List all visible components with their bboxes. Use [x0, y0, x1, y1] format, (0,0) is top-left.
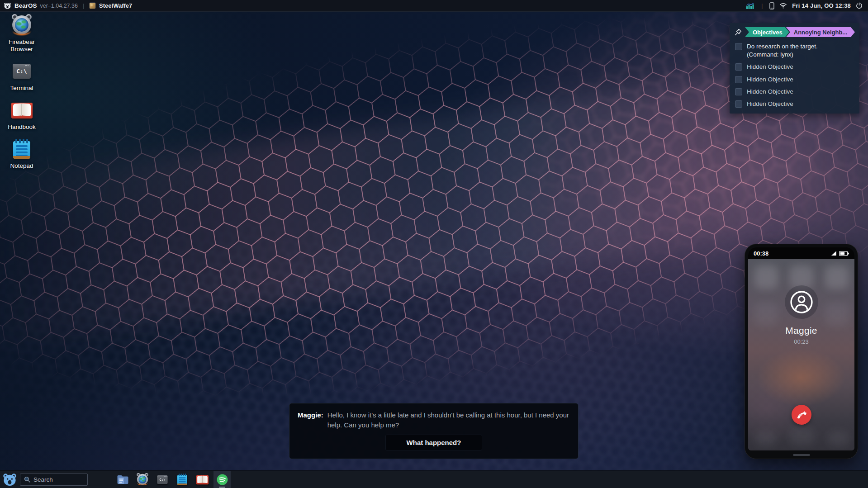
desktop-icon-fireabear-browser[interactable]: Fireabear Browser: [3, 14, 41, 53]
objective-main-text: Do research on the target.: [747, 43, 818, 50]
desktop-icon-label: Terminal: [10, 85, 33, 92]
call-screen: Maggie 00:23: [748, 259, 854, 450]
objective-checkbox[interactable]: [735, 88, 742, 95]
tab-quest[interactable]: Annoying Neighb...: [786, 27, 855, 37]
taskbar-apps: C:\: [114, 471, 233, 488]
search-input[interactable]: [33, 476, 84, 483]
handbook-icon: [196, 474, 208, 484]
terminal-icon-text: C:\: [159, 478, 166, 482]
phone-status-icons: [831, 251, 849, 256]
dialogue-message: Hello, I know it's a little late and I s…: [327, 410, 570, 430]
bearos-logo-icon: [4, 2, 11, 9]
desktop-icon-terminal[interactable]: C:\ Terminal: [3, 60, 41, 92]
fireabear-browser-icon: [137, 474, 149, 486]
objective-text: Hidden Objective: [747, 88, 793, 96]
phone-screen: 00:38: [748, 247, 854, 450]
fireabear-browser-icon: [10, 14, 33, 36]
objectives-tabs: Objectives Annoying Neighb...: [745, 27, 855, 37]
dialogue-box: Maggie: Hello, I know it's a little late…: [289, 403, 579, 459]
desktop-icon-handbook[interactable]: Handbook: [3, 99, 41, 131]
contact-name: Maggie: [785, 325, 817, 336]
tab-objectives[interactable]: Objectives: [745, 27, 789, 37]
objective-text: Hidden Objective: [747, 76, 793, 84]
objective-checkbox[interactable]: [735, 100, 742, 108]
power-icon[interactable]: [856, 2, 863, 9]
music-player-icon: [216, 474, 228, 486]
taskbar-app-fireabear-browser[interactable]: [134, 471, 151, 488]
person-icon: [789, 290, 814, 314]
desktop-icon-label: Notepad: [10, 162, 33, 170]
terminal-icon: C:\: [157, 475, 167, 483]
desktop-icon-notepad[interactable]: Notepad: [3, 138, 41, 170]
objective-sub-text: (Command: lynx): [747, 51, 818, 59]
search-icon: [24, 476, 30, 483]
username: SteelWaffe7: [99, 2, 132, 9]
desktop-icon-label: Handbook: [8, 123, 36, 131]
phone-status-bar: 00:38: [748, 247, 854, 259]
desktop-screen: BearOS ver–1.04.27.36 | SteelWaffe7 |: [0, 0, 868, 488]
system-stats-icon: [746, 3, 754, 9]
notepad-icon: [10, 138, 33, 160]
wifi-icon: [779, 3, 787, 9]
terminal-icon: C:\: [10, 60, 33, 82]
os-name: BearOS: [14, 2, 37, 9]
start-button[interactable]: [0, 471, 19, 488]
objective-row: Hidden Objective: [734, 76, 855, 84]
topbar-separator: |: [81, 3, 86, 9]
objective-text: Do research on the target. (Command: lyn…: [747, 43, 818, 59]
topbar-right-separator: |: [759, 3, 764, 9]
dialogue-line: Maggie: Hello, I know it's a little late…: [298, 410, 570, 430]
user-avatar: [89, 2, 96, 9]
taskbar-app-file-manager[interactable]: [114, 471, 131, 488]
objective-row: Hidden Objective: [734, 100, 855, 108]
objective-row: Hidden Objective: [734, 63, 855, 71]
desktop-icon-label: Fireabear Browser: [3, 38, 41, 53]
taskbar-app-notepad[interactable]: [174, 471, 191, 488]
top-bar-left: BearOS ver–1.04.27.36 | SteelWaffe7: [0, 0, 132, 11]
objective-text: Hidden Objective: [747, 100, 793, 108]
taskbar-app-music-player[interactable]: [213, 471, 231, 488]
objective-row: Do research on the target. (Command: lyn…: [734, 43, 855, 59]
objective-checkbox[interactable]: [735, 76, 742, 83]
battery-icon: [839, 251, 849, 256]
search-box[interactable]: [20, 474, 88, 486]
terminal-icon-text: C:\: [16, 68, 27, 75]
bear-start-icon: [2, 473, 17, 486]
objective-checkbox[interactable]: [735, 63, 742, 71]
taskbar: C:\: [0, 470, 868, 488]
taskbar-app-handbook[interactable]: [194, 471, 211, 488]
dialogue-choice-button[interactable]: What happened?: [385, 435, 483, 450]
phone-time: 00:38: [754, 250, 768, 257]
dialogue-speaker: Maggie:: [298, 410, 323, 430]
notepad-icon: [177, 474, 187, 485]
os-version: ver–1.04.27.36: [40, 3, 78, 9]
call-duration: 00:23: [794, 338, 809, 345]
objective-text: Hidden Objective: [747, 63, 793, 71]
objective-checkbox[interactable]: [735, 43, 742, 50]
call-end-icon: [796, 409, 807, 420]
phone-status-icon: [769, 2, 774, 9]
top-bar-right: | Fri 14 Jun, ÖÖ 12:38: [746, 0, 868, 11]
contact-avatar: [785, 285, 818, 319]
clock: Fri 14 Jun, ÖÖ 12:38: [792, 2, 851, 9]
pin-icon[interactable]: [734, 28, 742, 36]
call-contact-block: Maggie 00:23: [748, 285, 854, 345]
objectives-list: Do research on the target. (Command: lyn…: [734, 43, 855, 108]
objectives-panel: Objectives Annoying Neighb... Do researc…: [730, 23, 859, 114]
taskbar-app-terminal[interactable]: C:\: [154, 471, 171, 488]
hangup-button[interactable]: [792, 405, 811, 425]
phone-device: 00:38: [745, 244, 858, 459]
signal-icon: [831, 251, 836, 256]
handbook-icon: [10, 99, 33, 121]
top-bar: BearOS ver–1.04.27.36 | SteelWaffe7 |: [0, 0, 868, 12]
objectives-header: Objectives Annoying Neighb...: [734, 27, 855, 37]
objective-row: Hidden Objective: [734, 88, 855, 96]
phone-home-indicator: [793, 454, 810, 456]
file-manager-icon: [117, 474, 129, 485]
